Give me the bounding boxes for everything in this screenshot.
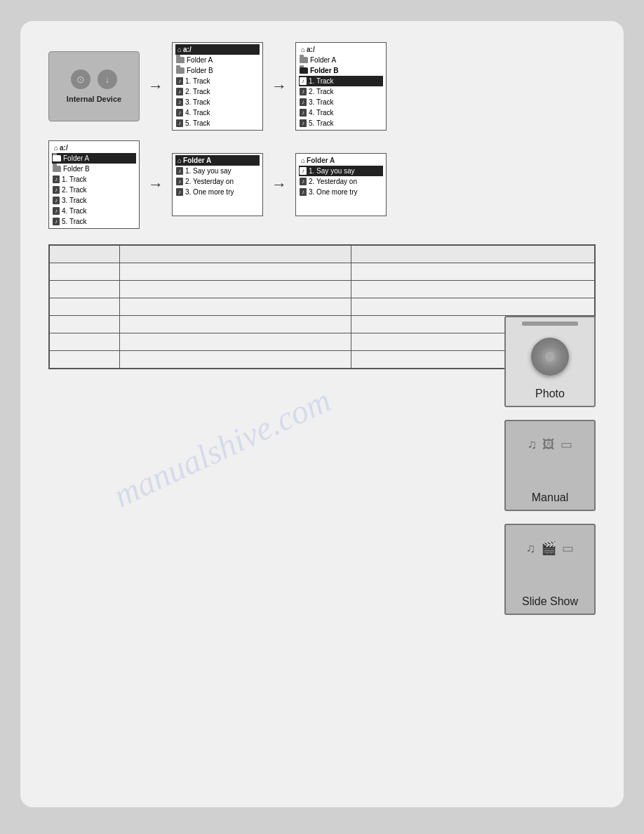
slideshow-panel: ♫ 🎬 ▭ Slide Show bbox=[504, 524, 596, 615]
arrow-1: → bbox=[148, 77, 163, 95]
music-icon-r2-5: ♪ bbox=[53, 218, 60, 225]
music-icon-4: ♪ bbox=[176, 109, 183, 117]
music-icon-r2-4: ♪ bbox=[53, 207, 60, 215]
house-icon-5: ⌂ bbox=[301, 155, 305, 166]
device-icon-2: ↓ bbox=[98, 70, 117, 89]
device-icon-1: ⊙ bbox=[71, 70, 90, 89]
fb2-row-t5: ♪ 5. Track bbox=[299, 118, 383, 128]
music-mode-icon: ♫ bbox=[528, 437, 537, 452]
table-cell-0-0 bbox=[50, 263, 120, 281]
music-icon-r2-1: ♪ bbox=[53, 176, 60, 183]
music-icon-1: ♪ bbox=[176, 77, 183, 85]
image-mode-icon: 🖼 bbox=[542, 437, 555, 452]
diagram-row-2: ⌂ a:/ Folder A Folder B ♪ 1. Track ♪ bbox=[48, 140, 596, 229]
arrow-4: → bbox=[271, 176, 287, 194]
table-cell-0-1 bbox=[120, 263, 351, 281]
fb2-row-t1-selected: ♪ 1. Track bbox=[299, 76, 383, 86]
house-icon-3: ⌂ bbox=[54, 143, 58, 153]
folder-icon-a3 bbox=[53, 155, 61, 161]
fb1-row-folderb: Folder B bbox=[175, 65, 260, 76]
internal-device-label: Internal Device bbox=[67, 95, 121, 103]
table-row bbox=[50, 298, 595, 316]
table-cell-1-2 bbox=[351, 281, 595, 298]
file-box-2: ⌂ a:/ Folder A Folder B ♪ 1. Track ♪ bbox=[295, 42, 387, 131]
diagram-row-1: ⊙ ↓ Internal Device → ⌂ a:/ Folder A bbox=[48, 42, 596, 131]
manual-icons-row: ♫ 🖼 ▭ bbox=[528, 437, 573, 452]
photo-panel-label: Photo bbox=[535, 388, 565, 400]
table-cell-5-0 bbox=[50, 351, 120, 369]
slideshow-icons-row: ♫ 🎬 ▭ bbox=[526, 541, 575, 556]
file-box-5-title: ⌂ Folder A bbox=[299, 155, 383, 166]
file-box-5: ⌂ Folder A ♪ 1. Say you say ♪ 2. Yesterd… bbox=[295, 153, 387, 216]
photo-panel-icon-area bbox=[531, 326, 569, 388]
table-header-1 bbox=[120, 246, 351, 263]
arrow-2: → bbox=[271, 77, 287, 95]
fb3-row-folderb: Folder B bbox=[52, 164, 136, 174]
watermark: manualshive.com bbox=[107, 380, 336, 515]
fb1-row-t2: ♪ 2. Track bbox=[175, 86, 260, 97]
internal-device-box: ⊙ ↓ Internal Device bbox=[48, 51, 140, 121]
fb2-row-t3: ♪ 3. Track bbox=[299, 97, 383, 107]
file-box-4: ⌂ Folder A ♪ 1. Say you say ♪ 2. Yesterd… bbox=[172, 153, 263, 216]
fb2-row-t2: ♪ 2. Track bbox=[299, 86, 383, 97]
table-cell-1-0 bbox=[50, 281, 120, 298]
video-mode-icon: ▭ bbox=[561, 437, 572, 452]
arrow-3: → bbox=[148, 176, 163, 194]
music-icon-fb3: ♪ bbox=[300, 188, 307, 196]
fb1-row-t4: ♪ 4. Track bbox=[175, 107, 260, 118]
folder-icon-b1 bbox=[176, 67, 185, 74]
fb1-row-t3: ♪ 3. Track bbox=[175, 97, 260, 107]
music-icon-fa3: ♪ bbox=[176, 188, 183, 196]
table-cell-4-0 bbox=[50, 333, 120, 351]
music-icon-5: ♪ bbox=[176, 119, 183, 127]
manual-panel: ♫ 🖼 ▭ Manual bbox=[504, 420, 596, 511]
fb1-row-foldera: Folder A bbox=[175, 55, 260, 65]
music-mode-icon-2: ♫ bbox=[526, 541, 536, 556]
music-icon-3: ♪ bbox=[176, 98, 183, 106]
fb3-row-t1: ♪ 1. Track bbox=[52, 174, 136, 185]
table-cell-3-1 bbox=[120, 316, 351, 333]
film-mode-icon: 🎬 bbox=[541, 541, 556, 556]
file-box-2-title: ⌂ a:/ bbox=[299, 44, 383, 55]
page: ⊙ ↓ Internal Device → ⌂ a:/ Folder A bbox=[20, 21, 624, 807]
music-icon-s4: ♪ bbox=[300, 109, 307, 117]
folder-icon-a1 bbox=[176, 57, 185, 63]
fb1-row-t1: ♪ 1. Track bbox=[175, 76, 260, 86]
table-row bbox=[50, 281, 595, 298]
house-icon-2: ⌂ bbox=[301, 44, 305, 55]
file-box-3-title: ⌂ a:/ bbox=[52, 143, 136, 153]
music-icon-r2-3: ♪ bbox=[53, 197, 60, 204]
manual-panel-label: Manual bbox=[532, 491, 568, 504]
music-icon-s5: ♪ bbox=[300, 119, 307, 127]
table-row bbox=[50, 263, 595, 281]
fb4-row-2: ♪ 2. Yesterday on bbox=[175, 176, 260, 187]
table-cell-4-1 bbox=[120, 333, 351, 351]
fb2-row-foldera: Folder A bbox=[299, 55, 383, 65]
fb3-row-t5: ♪ 5. Track bbox=[52, 216, 136, 227]
fb1-row-t5: ♪ 5. Track bbox=[175, 118, 260, 128]
table-cell-0-2 bbox=[351, 263, 595, 281]
folder-icon-b2 bbox=[300, 67, 308, 74]
fb4-row-1: ♪ 1. Say you say bbox=[175, 166, 260, 176]
house-icon-4: ⌂ bbox=[177, 155, 182, 166]
table-cell-3-0 bbox=[50, 316, 120, 333]
table-cell-1-1 bbox=[120, 281, 351, 298]
folder-icon-b3 bbox=[53, 166, 61, 172]
fb3-row-t2: ♪ 2. Track bbox=[52, 185, 136, 195]
music-icon-s2: ♪ bbox=[300, 88, 307, 95]
fb3-row-foldera-sel: Folder A bbox=[52, 153, 136, 164]
diagram-section: ⊙ ↓ Internal Device → ⌂ a:/ Folder A bbox=[48, 42, 596, 229]
file-box-1: ⌂ a:/ Folder A Folder B ♪ 1. Track ♪ bbox=[172, 42, 263, 131]
fb2-row-t4: ♪ 4. Track bbox=[299, 107, 383, 118]
music-icon-fa2: ♪ bbox=[176, 178, 183, 185]
music-icon-s1: ♪ bbox=[300, 77, 307, 85]
photo-disc-inner bbox=[544, 350, 556, 363]
table-header-2 bbox=[351, 246, 595, 263]
right-panels: Photo ♫ 🖼 ▭ Manual ♫ 🎬 ▭ Slide Show bbox=[504, 316, 596, 615]
fb5-row-1-sel: ♪ 1. Say you say bbox=[299, 166, 383, 176]
table-cell-2-2 bbox=[351, 298, 595, 316]
file-box-3: ⌂ a:/ Folder A Folder B ♪ 1. Track ♪ bbox=[48, 140, 140, 229]
fb4-row-3: ♪ 3. One more try bbox=[175, 187, 260, 197]
table-header-row bbox=[50, 246, 595, 263]
music-icon-2: ♪ bbox=[176, 88, 183, 95]
